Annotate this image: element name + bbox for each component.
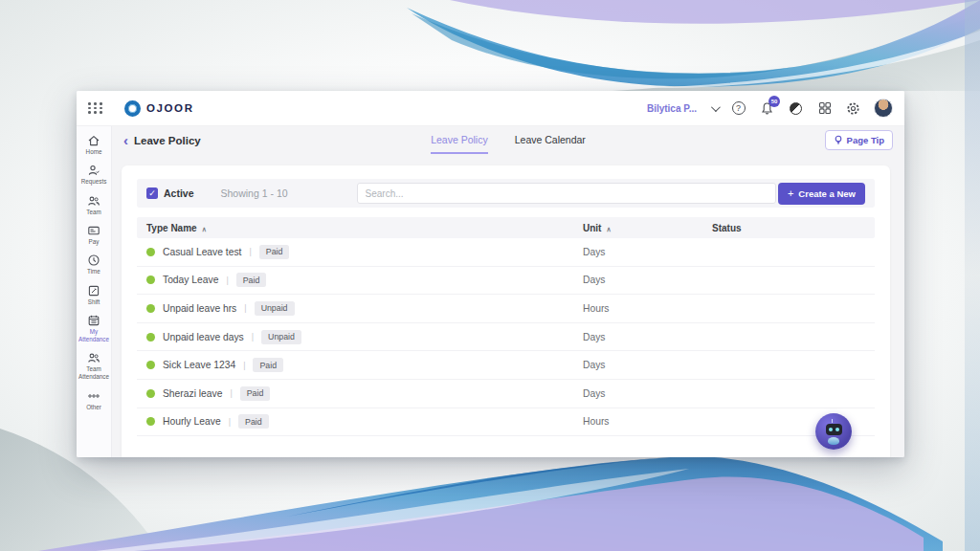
paid-badge: Paid (253, 358, 283, 372)
gear-icon (846, 101, 860, 116)
active-filter-label[interactable]: Active (164, 187, 194, 199)
unpaid-badge: Unpaid (261, 330, 301, 344)
chevron-down-icon[interactable] (711, 102, 721, 112)
page-tip-button[interactable]: Page Tip (825, 130, 893, 150)
tab-bar: Leave Policy Leave Calendar (112, 126, 904, 154)
logo-text: OJOOR (146, 102, 194, 114)
list-toolbar: ✓ Active Showing 1 - 10 + Create a New (137, 179, 875, 208)
contrast-icon (790, 102, 802, 115)
table-row[interactable]: Today Leave|Paid Days (137, 267, 875, 296)
unpaid-badge: Unpaid (255, 301, 295, 316)
notification-badge: 50 (768, 96, 780, 107)
robot-icon (826, 424, 842, 435)
help-button[interactable]: ? (730, 100, 746, 117)
home-icon (87, 134, 100, 147)
sort-asc-icon[interactable]: ∧ (606, 226, 611, 232)
table-row[interactable]: Unpaid leave days|Unpaid Days (137, 323, 875, 352)
sidebar-item-time[interactable]: Time (77, 253, 111, 276)
leave-color-dot (146, 417, 155, 426)
notifications-button[interactable]: 50 (759, 100, 775, 117)
column-type-name[interactable]: Type Name∧ (146, 223, 583, 233)
leave-color-dot (146, 333, 155, 342)
leave-color-dot (146, 361, 155, 369)
sidebar-item-shift[interactable]: Shift (77, 283, 111, 307)
time-icon (87, 253, 100, 267)
table-row[interactable]: Casual Leave test|Paid Days (137, 238, 875, 267)
user-avatar[interactable] (874, 99, 893, 118)
topbar-actions: Bilytica P... ? 50 (647, 99, 893, 118)
shift-icon (87, 284, 100, 298)
tab-leave-calendar[interactable]: Leave Calendar (515, 126, 586, 154)
lightbulb-icon (834, 135, 843, 145)
user-menu[interactable]: Bilytica P... (647, 103, 697, 114)
topbar: OJOOR Bilytica P... ? 50 (77, 91, 904, 126)
leave-policy-card: ✓ Active Showing 1 - 10 + Create a New T… (122, 165, 890, 457)
paid-badge: Paid (238, 414, 269, 429)
chatbot-button[interactable] (815, 413, 852, 450)
sidebar-item-my-attendance[interactable]: My Attendance (77, 313, 111, 344)
apps-grid-icon (818, 101, 832, 115)
table-header: Type Name∧ Unit∧ Status (137, 217, 875, 238)
sidebar-item-home[interactable]: Home (77, 133, 111, 157)
sidebar-item-pay[interactable]: Pay (77, 223, 111, 247)
main-content: ‹ Leave Policy Leave Policy Leave Calend… (112, 126, 904, 457)
page-title: Leave Policy (134, 135, 201, 146)
leave-color-dot (146, 276, 155, 284)
team-attendance-icon (87, 351, 100, 364)
paid-badge: Paid (236, 273, 267, 287)
table-row[interactable]: Sherazi leave|Paid Days (137, 380, 875, 408)
settings-button[interactable] (845, 100, 861, 117)
table-row[interactable]: Hourly Leave|Paid Hours (137, 408, 875, 437)
sidebar-item-team[interactable]: Team (77, 193, 111, 217)
sort-asc-icon[interactable]: ∧ (202, 226, 207, 232)
back-button[interactable]: ‹ (123, 133, 128, 147)
my-attendance-icon (87, 314, 100, 327)
help-icon: ? (732, 101, 746, 115)
leave-color-dot (146, 389, 155, 398)
active-filter-checkbox[interactable]: ✓ (146, 187, 158, 199)
leave-color-dot (146, 248, 155, 256)
app-window: OJOOR Bilytica P... ? 50 (77, 91, 904, 457)
plus-icon: + (788, 188, 793, 199)
requests-icon (87, 164, 100, 177)
sidebar: Home Requests Team Pay Time Shift (77, 126, 112, 457)
app-launcher-icon[interactable] (88, 102, 103, 114)
leave-color-dot (146, 304, 155, 313)
logo-ring-icon (124, 100, 141, 117)
table-row[interactable]: Unpaid leave hrs|Unpaid Hours (137, 295, 875, 323)
column-status: Status (712, 223, 865, 233)
pay-icon (87, 224, 100, 237)
paid-badge: Paid (240, 386, 271, 401)
tab-leave-policy[interactable]: Leave Policy (431, 126, 488, 154)
other-icon (87, 389, 100, 403)
sidebar-item-other[interactable]: Other (77, 388, 111, 412)
theme-toggle-button[interactable] (788, 100, 804, 117)
page-header: ‹ Leave Policy Leave Policy Leave Calend… (112, 126, 904, 154)
showing-count: Showing 1 - 10 (221, 187, 288, 199)
team-icon (87, 194, 100, 208)
create-new-button[interactable]: + Create a New (778, 183, 865, 205)
apps-button[interactable] (816, 100, 833, 117)
sidebar-item-requests[interactable]: Requests (77, 163, 111, 187)
search-input[interactable] (357, 183, 776, 204)
table-row[interactable]: Sick Leave 1234|Paid Days (137, 351, 875, 380)
paid-badge: Paid (259, 245, 290, 259)
ojoor-logo[interactable]: OJOOR (124, 100, 194, 117)
sidebar-item-team-attendance[interactable]: Team Attendance (77, 350, 111, 382)
column-unit[interactable]: Unit∧ (583, 223, 712, 233)
